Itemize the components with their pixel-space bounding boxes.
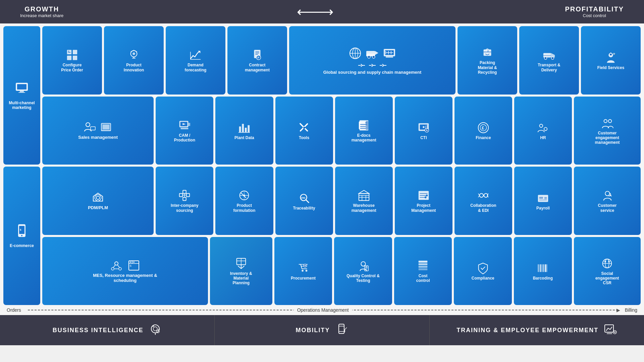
tile-social-engagement[interactable]: SocialengagementCSR [574,237,641,305]
svg-rect-3 [18,92,25,93]
tile-cti[interactable]: CTI [395,97,452,165]
tile-intercompany[interactable]: Inter-companysourcing [156,167,213,235]
plant-data-label: Plant Data [234,135,254,140]
svg-rect-66 [103,125,109,129]
tile-tools[interactable]: Tools [275,97,333,165]
svg-point-199 [608,260,610,262]
svg-point-198 [604,260,606,262]
barcoding-label: Barcoding [533,276,553,281]
svg-text:🔍: 🔍 [613,52,616,55]
tile-cost-control[interactable]: Costcontrol [394,237,452,305]
growth-sub: Increase market share [20,13,63,18]
tile-mes-resource[interactable]: 6 MES, Resource management &scheduling [42,237,208,305]
tile-packing-material[interactable]: PackingMaterial &Recycling [458,26,517,95]
bottom-training: TRAINING & EMPLOYEE EMPOWERMENT [430,315,644,345]
tile-customer-service[interactable]: Customerservice [574,167,641,235]
tile-demand-forecasting[interactable]: Demandforecasting [166,26,225,95]
tile-product-innovation[interactable]: ProductInnovation [104,26,164,95]
svg-rect-207 [339,324,344,334]
global-supply-label: Global sourcing and supply chain managem… [323,70,422,75]
product-innovation-label: ProductInnovation [124,63,144,72]
tile-quality-control[interactable]: Quality Control &Testing [334,237,392,305]
svg-rect-115 [179,194,183,197]
svg-line-127 [306,199,309,202]
tile-ecommerce[interactable]: $ E-commerce [3,167,40,305]
bottom-bi: BUSINESS INTELLIGENCE [0,315,215,345]
tile-finance[interactable]: £ Finance [454,97,512,165]
field-services-label: Field Services [597,65,625,70]
pdm-plm-label: PDM/PLM [88,205,108,210]
tile-traceability[interactable]: 050 Traceability [275,167,333,235]
tile-collaboration-edi[interactable]: Collaboration& EDI [454,167,512,235]
tile-hr[interactable]: HR [514,97,572,165]
tile-cam-production[interactable]: CAM /Production [156,97,213,165]
inventory-material-label: Inventory &MaterialPlanning [230,271,252,286]
svg-line-19 [137,52,137,52]
tile-product-formulation[interactable]: Productformulation [215,167,273,235]
svg-line-157 [113,265,115,267]
svg-point-17 [132,53,135,55]
configure-price-label: ConfigurePrice Order [61,63,83,72]
edocs-label: E-docsmanagement [352,133,376,143]
tile-customer-engagement[interactable]: Customerengagementmanagement [574,97,641,165]
svg-point-59 [610,53,612,55]
tile-contract-management[interactable]: P Contractmanagement [227,26,287,95]
svg-point-155 [111,267,114,270]
project-management-label: ProjectManagement [411,203,436,213]
cti-label: CTI [420,135,427,140]
tile-multi-channel[interactable]: Multi-channelmarketing [3,26,40,165]
tile-payroll[interactable]: Payroll [514,167,572,235]
svg-line-158 [117,265,119,267]
tile-project-management[interactable]: ProjectManagement [395,167,452,235]
cam-production-label: CAM /Production [174,133,195,143]
tile-inventory-material[interactable]: Inventory &MaterialPlanning [210,237,272,305]
svg-rect-117 [183,190,186,194]
tile-pdm-plm[interactable]: PDM/PLM [42,167,154,235]
svg-rect-72 [189,123,191,126]
tile-procurement[interactable]: Procurement [274,237,332,305]
svg-point-56 [551,57,554,60]
svg-rect-13 [68,52,71,53]
tile-compliance[interactable]: Compliance [454,237,512,305]
header-right: PROFITABILITY Cost control [565,5,624,18]
svg-point-112 [608,119,611,123]
tile-transport-delivery[interactable]: Transport &Delivery [519,26,579,95]
svg-line-110 [546,130,547,130]
tile-plant-data[interactable]: Plant Data [215,97,273,165]
tile-global-supply[interactable]: Global sourcing and supply chain managem… [289,26,455,95]
svg-point-80 [303,127,305,129]
tile-barcoding[interactable]: Barcoding [514,237,572,305]
svg-rect-1 [17,84,26,89]
tiles-area: Multi-channelmarketing $ E-commerce [3,26,641,305]
mes-resource-label: MES, Resource management &scheduling [93,273,157,283]
packing-material-label: PackingMaterial &Recycling [478,60,497,75]
svg-rect-2 [20,91,24,92]
svg-point-202 [152,325,154,327]
svg-rect-181 [419,261,428,263]
tile-field-services[interactable]: 🔍 Field Services [581,26,641,95]
axis-orders: Orders [7,307,21,313]
axis-operations: Operations Management [294,307,352,313]
svg-point-63 [86,123,90,127]
ecommerce-label: E-commerce [10,243,34,248]
left-column: Multi-channelmarketing $ E-commerce [3,26,40,305]
svg-rect-76 [248,125,250,132]
tile-sales-management[interactable]: Sales management [42,97,154,165]
svg-point-172 [302,270,304,272]
svg-point-140 [425,196,427,198]
svg-rect-87 [366,121,368,130]
svg-point-6 [21,235,22,236]
social-engagement-label: SocialengagementCSR [595,271,619,286]
svg-rect-53 [543,53,551,58]
hr-label: HR [540,135,546,140]
tile-warehouse[interactable]: Warehousemanagement [335,167,393,235]
grid-row-4: 6 MES, Resource management &scheduling I… [42,237,641,305]
training-label: TRAINING & EMPLOYEE EMPOWERMENT [457,327,598,334]
tile-configure-price[interactable]: ConfigurePrice Order [42,26,102,95]
main-content: Multi-channelmarketing $ E-commerce [0,23,644,315]
tile-edocs[interactable]: E-docsmanagement [335,97,393,165]
svg-rect-10 [67,56,71,60]
svg-point-164 [133,261,135,263]
svg-point-141 [480,194,483,197]
monitor-icon [14,81,29,99]
